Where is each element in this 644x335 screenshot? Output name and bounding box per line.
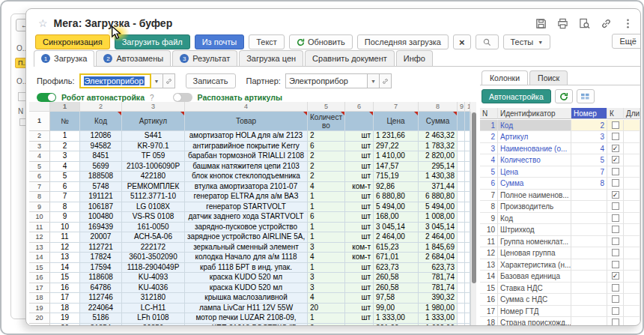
- save-icon[interactable]: [535, 17, 547, 29]
- grid-cell[interactable]: 10: [50, 223, 80, 233]
- grid-cell[interactable]: 17594: [80, 263, 122, 274]
- grid-cell[interactable]: LG 0108X: [122, 202, 185, 213]
- grid-cell[interactable]: шт: [345, 293, 374, 304]
- grid-cell[interactable]: 781,74: [419, 283, 458, 294]
- grid-cell[interactable]: 1 333,00: [419, 313, 458, 324]
- grid-cell[interactable]: 2 684,04: [419, 253, 458, 263]
- grid-cell[interactable]: 19: [50, 313, 80, 324]
- grid-cell[interactable]: колодка Начало для а/м 1118: [185, 253, 308, 263]
- grid-header-4[interactable]: Товар: [185, 112, 308, 131]
- checkbox-unchecked[interactable]: [612, 121, 619, 129]
- last-load-button[interactable]: Последняя загрузка: [357, 34, 449, 49]
- panel-cell-identifier[interactable]: Код: [498, 213, 571, 225]
- grid-cell[interactable]: 8451: [80, 151, 122, 162]
- panel-cell-identifier[interactable]: Страна происхожд...: [498, 317, 571, 326]
- grid-cell[interactable]: [465, 324, 470, 327]
- grid-cell[interactable]: 14: [50, 263, 80, 274]
- grid-cell[interactable]: 112721: [80, 243, 122, 253]
- panel-row[interactable]: 14Базовая единица✓: [480, 271, 640, 283]
- partner-input[interactable]: Электроприбор: [285, 73, 368, 88]
- grid-cell[interactable]: 8: [50, 202, 80, 213]
- panel-cell-n[interactable]: 8: [480, 201, 498, 213]
- column-number[interactable]: 8: [419, 102, 458, 112]
- save-profile-button[interactable]: Записать: [186, 73, 236, 88]
- column-number[interactable]: 5: [308, 102, 345, 112]
- grid-cell[interactable]: 2: [50, 142, 80, 152]
- row-number[interactable]: 19: [29, 304, 50, 314]
- row-number[interactable]: 2: [29, 131, 50, 142]
- grid-cell[interactable]: TF 059: [122, 151, 185, 162]
- grid-cell[interactable]: 1 783,32: [419, 142, 458, 152]
- panel-row[interactable]: 13Характеристика (н...: [480, 259, 640, 271]
- panel-row[interactable]: 1Код2: [480, 120, 640, 132]
- grid-cell[interactable]: [465, 253, 470, 263]
- checkbox-unchecked[interactable]: [612, 319, 619, 326]
- grid-cell[interactable]: 390,32: [419, 293, 458, 304]
- grid-cell[interactable]: шт: [345, 151, 374, 162]
- grid-cell[interactable]: 11: [50, 232, 80, 243]
- grid-cell[interactable]: 781,74: [419, 273, 458, 283]
- grid-cell[interactable]: 5748: [80, 182, 122, 193]
- partner-open-link-button[interactable]: [380, 73, 392, 88]
- panel-cell-number[interactable]: [571, 294, 607, 306]
- panel-cell-length[interactable]: [624, 190, 640, 202]
- panel-header-5[interactable]: Длин: [624, 108, 640, 119]
- row-number[interactable]: 9: [29, 202, 50, 213]
- grid-cell[interactable]: 5 494,00: [374, 202, 419, 213]
- column-number[interactable]: 9: [458, 102, 465, 112]
- grid-cell[interactable]: 4: [308, 293, 345, 304]
- row-number[interactable]: 20: [29, 313, 50, 324]
- panel-cell-identifier[interactable]: Группа номенклат...: [498, 236, 571, 248]
- row-number[interactable]: 8: [29, 192, 50, 202]
- grid-cell[interactable]: 1 333,00: [374, 313, 419, 324]
- grid-cell[interactable]: 20356: [122, 324, 185, 327]
- grid-cell[interactable]: 2 463,32: [419, 131, 458, 142]
- panel-cell-n[interactable]: 12: [480, 247, 498, 259]
- grid-cell[interactable]: 6: [50, 182, 80, 193]
- grid-cell[interactable]: [465, 172, 470, 182]
- tab-1[interactable]: 1Загрузка: [34, 50, 94, 66]
- grid-cell[interactable]: [465, 202, 470, 213]
- panel-cell-number[interactable]: 4: [571, 143, 607, 155]
- panel-cell-n[interactable]: 10: [480, 224, 498, 236]
- panel-cell-number[interactable]: [571, 306, 607, 318]
- grid-cell[interactable]: KU-4036: [122, 283, 185, 294]
- grid-cell[interactable]: шт: [345, 131, 374, 142]
- grid-cell[interactable]: [458, 142, 465, 152]
- panel-cell-n[interactable]: 15: [480, 283, 498, 295]
- panel-cell-check[interactable]: [607, 283, 624, 295]
- panel-cell-length[interactable]: [624, 271, 640, 283]
- grid-header-5[interactable]: Количество: [308, 112, 345, 131]
- grid-cell[interactable]: 17824: [80, 253, 122, 263]
- row-number[interactable]: 1: [29, 112, 50, 131]
- grid-cell[interactable]: 1: [308, 232, 345, 243]
- grid-cell[interactable]: S441: [122, 131, 185, 142]
- grid-cell[interactable]: [465, 162, 470, 172]
- row-number[interactable]: 13: [29, 243, 50, 253]
- panel-row[interactable]: 17Номер ГТД: [480, 306, 640, 318]
- grid-cell[interactable]: [465, 232, 470, 243]
- column-number[interactable]: 7: [374, 102, 419, 112]
- grid-cell[interactable]: шт: [345, 212, 374, 223]
- grid-cell[interactable]: лампа LivCar H11 12V 55W: [185, 304, 308, 314]
- grid-cell[interactable]: 4: [308, 253, 345, 263]
- checkbox-unchecked[interactable]: [612, 261, 619, 268]
- panel-cell-identifier[interactable]: Номер ГТД: [498, 306, 571, 318]
- grid-cell[interactable]: [465, 223, 470, 233]
- panel-row[interactable]: 18Страна происхожд...: [480, 317, 640, 326]
- column-number[interactable]: 2: [80, 102, 122, 112]
- grid-cell[interactable]: 2 464,00: [419, 232, 458, 243]
- grid-cell[interactable]: 6: [308, 212, 345, 223]
- grid-cell[interactable]: 4: [308, 182, 345, 193]
- panel-cell-identifier[interactable]: Наименование (о...: [498, 143, 571, 155]
- profile-input[interactable]: Электроприбор: [79, 73, 151, 88]
- robot-autoconfig-toggle[interactable]: [37, 93, 56, 102]
- grid-cell[interactable]: втулка амортизатора 2101-07: [185, 182, 308, 193]
- grid-cell[interactable]: ком-т: [345, 253, 374, 263]
- panel-cell-identifier[interactable]: Ценовая группа: [498, 247, 571, 259]
- grid-cell[interactable]: 312180: [122, 293, 185, 304]
- panel-refresh-button[interactable]: [555, 89, 573, 103]
- checkbox-unchecked[interactable]: [612, 307, 619, 315]
- panel-cell-check[interactable]: ✓: [607, 190, 624, 202]
- panel-cell-number[interactable]: 7: [571, 166, 607, 178]
